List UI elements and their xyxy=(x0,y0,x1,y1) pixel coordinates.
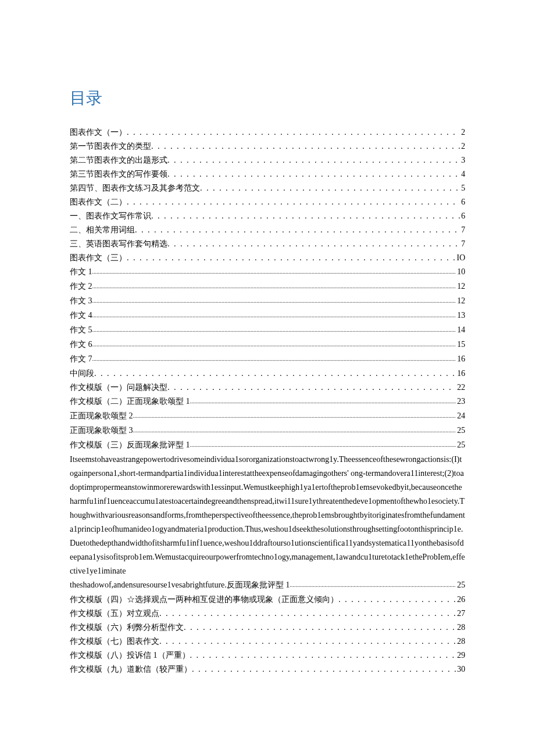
toc-entry: 作文 4 ...................................… xyxy=(70,309,465,323)
toc-leader-dots: ........................................… xyxy=(92,265,456,279)
toc-entry-page: 25 xyxy=(457,578,465,592)
toc-entry-label: 二、相关常用词组 xyxy=(70,223,135,237)
toc-entry-label: 作文 2 xyxy=(70,280,92,293)
toc-leader-dots: . . . . . . . . . . . . . . . . . . . . … xyxy=(184,621,456,635)
toc-leader-dots: ........................................… xyxy=(92,352,456,366)
toc-leader-dots: ........................................… xyxy=(190,438,456,452)
toc-entry: 图表作文（一） . . . . . . . . . . . . . . . . … xyxy=(70,126,465,139)
toc-entry-page: 4 xyxy=(461,167,465,181)
toc-leader-dots: ........................................… xyxy=(92,280,456,293)
toc-entry-label: 一、图表作文写作常识 xyxy=(70,209,151,223)
toc-entry: 第三节图表作文的写作要领 . . . . . . . . . . . . . .… xyxy=(70,167,465,181)
toc-entry-inline: theshadowof,andensuresourse1vesabrightfu… xyxy=(70,578,465,593)
toc-entry-page: 10 xyxy=(457,265,465,279)
toc-entry: 三、英语图表写作套句精选 . . . . . . . . . . . . . .… xyxy=(70,237,465,251)
toc-entry-page: 28 xyxy=(457,621,465,635)
toc-entry: 作文模版（八）投诉信 1（严重） . . . . . . . . . . . .… xyxy=(70,648,465,662)
toc-leader-dots: . . . . . . . . . . . . . . . . . . . . … xyxy=(192,662,456,676)
inline-prefix: theshadowof,andensuresourse1vesabrightfu… xyxy=(70,581,227,589)
toc-entry: 第四节、图表作文练习及其参考范文 . . . . . . . . . . . .… xyxy=(70,181,465,195)
toc-leader-dots: . . . . . . . . . . . . . . . . . . . . … xyxy=(127,251,455,265)
toc-leader-dots: ........................................… xyxy=(92,309,456,323)
toc-entry-label: 作文模版（五）对立观点 xyxy=(70,607,159,621)
toc-entry: 作文 1 ...................................… xyxy=(70,265,465,280)
toc-entry: 作文模版（九）道歉信（较严重） . . . . . . . . . . . . … xyxy=(70,662,465,676)
toc-entry-label: 作文模版（四）☆选择观点一两种相互促进的事物或现象（正面意义倾向） xyxy=(70,593,338,607)
toc-leader-dots: . . . . . . . . . . . . . . . . . . . . … xyxy=(94,367,456,381)
toc-entry: 作文模版（五）对立观点 . . . . . . . . . . . . . . … xyxy=(70,607,465,621)
toc-entry: 正面现象歌颂型 3 ..............................… xyxy=(70,424,465,438)
toc-entry-page: 28 xyxy=(457,635,465,648)
toc-entry: 作文 6 ...................................… xyxy=(70,338,465,352)
toc-entry: 图表作文（三） . . . . . . . . . . . . . . . . … xyxy=(70,251,465,265)
toc-leader-dots: . . . . . . . . . . . . . . . . . . . . … xyxy=(127,126,460,139)
toc-entry-label: 作文 5 xyxy=(70,323,92,337)
toc-leader-dots: . . . . . . . . . . . . . . . . . . . . … xyxy=(159,607,456,621)
toc-entry: 作文 5 ...................................… xyxy=(70,323,465,338)
toc-leader-dots: ........................................… xyxy=(133,409,456,423)
toc-entry-page: 25 xyxy=(457,424,465,438)
toc-entry: 作文 7 ...................................… xyxy=(70,352,465,367)
toc-entry-label: 第四节、图表作文练习及其参考范文 xyxy=(70,181,200,195)
page-title: 目录 xyxy=(70,87,465,109)
toc-entry-label: 正面现象歌颂型 2 xyxy=(70,409,133,423)
toc-entry-label: 作文 3 xyxy=(70,294,92,308)
toc-entry-label: 正面现象歌颂型 3 xyxy=(70,424,133,438)
toc-entry-page: 27 xyxy=(457,607,465,621)
toc-entry-label: 图表作文（一） xyxy=(70,126,127,139)
toc-entry-label: 作文 1 xyxy=(70,265,92,279)
toc-entry: 作文模版（二）正面现象歌颂型 1 .......................… xyxy=(70,395,465,409)
toc-entry-page: 24 xyxy=(457,409,465,423)
toc-leader-dots: ........................................… xyxy=(92,338,456,352)
toc-entry-page: 13 xyxy=(457,309,465,323)
toc-entry-label: 作文模版（二）正面现象歌颂型 1 xyxy=(70,395,190,409)
toc-entry-page: 30 xyxy=(457,662,465,676)
toc-list-bottom: 作文模版（四）☆选择观点一两种相互促进的事物或现象（正面意义倾向） . . . … xyxy=(70,593,465,676)
toc-entry: 正面现象歌颂型 2 ..............................… xyxy=(70,409,465,424)
toc-entry: 作文 3 ...................................… xyxy=(70,294,465,309)
body-paragraph: Itseemstohaveastrangepowertodrivesomeind… xyxy=(70,453,465,578)
toc-entry-label: 作文模版（六）利弊分析型作文 xyxy=(70,621,184,635)
toc-list-top: 图表作文（一） . . . . . . . . . . . . . . . . … xyxy=(70,126,465,453)
toc-leader-dots: . . . . . . . . . . . . . . . . . . . . … xyxy=(135,223,460,237)
toc-leader-dots: . . . . . . . . . . . . . . . . . . . . … xyxy=(200,181,460,195)
toc-entry-label: 第二节图表作文的出题形式 xyxy=(70,153,167,167)
toc-entry-label: 反面现象批评型 1 xyxy=(227,581,290,589)
toc-entry-page: 2 xyxy=(461,126,465,139)
toc-leader-dots: . . . . . . . . . . . . . . . . . . . . … xyxy=(151,139,460,153)
toc-entry-label: 作文模版（八）投诉信 1（严重） xyxy=(70,648,190,662)
toc-entry: 作文模版（一）问题解决型 . . . . . . . . . . . . . .… xyxy=(70,381,465,395)
toc-entry-page: 3 xyxy=(461,153,465,167)
toc-entry-page: 6 xyxy=(461,209,465,223)
toc-leader-dots: . . . . . . . . . . . . . . . . . . . . … xyxy=(159,635,456,648)
toc-entry-page: 5 xyxy=(461,181,465,195)
toc-leader-dots: . . . . . . . . . . . . . . . . . . . . … xyxy=(167,237,460,251)
toc-entry: 二、相关常用词组 . . . . . . . . . . . . . . . .… xyxy=(70,223,465,237)
toc-entry-label: 作文模版（三）反面现象批评型 1 xyxy=(70,438,190,452)
toc-entry: 作文模版（四）☆选择观点一两种相互促进的事物或现象（正面意义倾向） . . . … xyxy=(70,593,465,607)
toc-entry: 一、图表作文写作常识 . . . . . . . . . . . . . . .… xyxy=(70,209,465,223)
toc-entry-page: 16 xyxy=(457,367,465,381)
toc-entry-page: 2 xyxy=(461,139,465,153)
toc-entry-label: 第一节图表作文的类型 xyxy=(70,139,151,153)
toc-leader-dots: . . . . . . . . . . . . . . . . . . . . … xyxy=(167,167,460,181)
toc-leader-dots: ........................................… xyxy=(133,424,456,438)
toc-entry-label: 图表作文（二） xyxy=(70,195,127,209)
document-page: 目录 图表作文（一） . . . . . . . . . . . . . . .… xyxy=(0,0,535,756)
toc-leader-dots: . . . . . . . . . . . . . . . . . . . . … xyxy=(167,381,456,395)
toc-entry: 作文模版（七）图表作文 . . . . . . . . . . . . . . … xyxy=(70,635,465,648)
toc-leader-dots: . . . . . . . . . . . . . . . . . . . . … xyxy=(167,153,460,167)
toc-entry-label: 作文 7 xyxy=(70,352,92,366)
toc-leader-dots: . . . . . . . . . . . . . . . . . . . . … xyxy=(190,648,456,662)
toc-entry: 第一节图表作文的类型 . . . . . . . . . . . . . . .… xyxy=(70,139,465,153)
toc-entry-page: 14 xyxy=(457,323,465,337)
toc-entry: 作文模版（六）利弊分析型作文 . . . . . . . . . . . . .… xyxy=(70,621,465,635)
toc-leader-dots: ........................................… xyxy=(92,294,456,308)
toc-entry: 作文 2 ...................................… xyxy=(70,280,465,294)
toc-entry-page: 29 xyxy=(457,648,465,662)
toc-entry-label: 图表作文（三） xyxy=(70,251,127,265)
toc-entry-page: 22 xyxy=(457,381,465,395)
toc-entry-label: 作文模版（九）道歉信（较严重） xyxy=(70,662,192,676)
toc-entry-page: 7 xyxy=(461,237,465,251)
toc-leader-dots: ........................................… xyxy=(290,578,456,592)
